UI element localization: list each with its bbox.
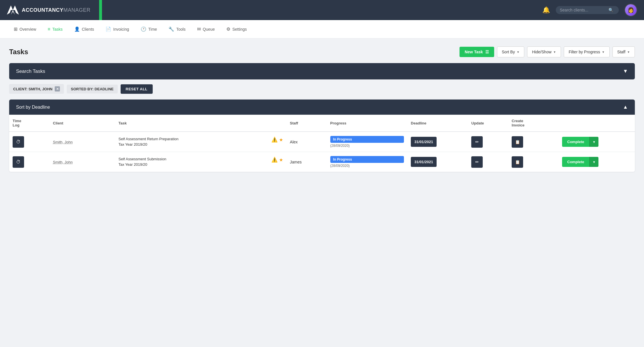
top-navigation: ACCOUNTANCY MANAGER 🔔 🔍 👩 [0, 0, 644, 20]
secondary-navigation: ⊞ Overview ≡ Tasks 👤 Clients 📄 Invoicing… [0, 20, 644, 38]
progress-date: (28/09/2020) [330, 164, 404, 168]
sidebar-item-clients[interactable]: 👤 Clients [70, 24, 99, 34]
complete-dropdown-arrow[interactable]: ▼ [589, 137, 598, 147]
complete-button-group: Complete ▼ [562, 157, 631, 167]
clock-icon: ⏱ [16, 139, 21, 145]
page-header: Tasks New Task ☰ Sort By ▼ Hide/Show ▼ F… [9, 46, 635, 57]
document-icon: 📋 [515, 160, 520, 164]
sidebar-item-tasks[interactable]: ≡ Tasks [43, 24, 67, 34]
complete-button[interactable]: Complete [562, 137, 589, 147]
alert-icon: ⚠️ [271, 157, 278, 163]
progress-badge: In Progress [330, 136, 404, 143]
th-client: Client [50, 115, 115, 132]
update-button[interactable]: ✏ [471, 136, 483, 148]
task-sub: Tax Year 2019/20 [119, 142, 267, 147]
tasks-icon: ≡ [48, 27, 50, 32]
sidebar-item-invoicing[interactable]: 📄 Invoicing [101, 24, 133, 34]
settings-icon: ⚙ [226, 26, 230, 32]
complete-arrow-icon: ▼ [592, 160, 596, 164]
tasks-table: TimeLog Client Task Staff Progress Deadl… [9, 115, 635, 172]
search-tasks-chevron-icon: ▼ [623, 68, 628, 74]
progress-date: (28/09/2020) [330, 144, 404, 148]
star-icon: ★ [279, 157, 283, 163]
sort-by-button[interactable]: Sort By ▼ [497, 46, 525, 57]
header-actions: New Task ☰ Sort By ▼ Hide/Show ▼ Filter … [460, 46, 635, 57]
logo-divider [99, 0, 102, 20]
logo-area: ACCOUNTANCY MANAGER [7, 5, 91, 15]
sidebar-item-tools[interactable]: 🔧 Tools [164, 24, 190, 34]
progress-badge: In Progress [330, 156, 404, 163]
new-task-button[interactable]: New Task ☰ [460, 47, 494, 57]
clock-icon: ⏱ [16, 159, 21, 165]
tools-icon: 🔧 [168, 26, 174, 32]
time-log-button[interactable]: ⏱ [13, 156, 24, 168]
complete-arrow-icon: ▼ [592, 140, 596, 144]
avatar[interactable]: 👩 [625, 4, 637, 16]
svg-marker-1 [11, 10, 15, 15]
client-name-link[interactable]: Smith, John [53, 140, 73, 144]
th-task: Task [115, 115, 286, 132]
staff-cell: Alex [286, 132, 327, 152]
task-name: Self Assessment Submission [119, 157, 267, 162]
table-row: ⏱ Smith, John Self Assessment Return Pre… [9, 132, 635, 152]
th-time-log: TimeLog [9, 115, 50, 132]
progress-cell: In Progress (28/09/2020) [330, 136, 404, 148]
client-name-link[interactable]: Smith, John [53, 160, 73, 164]
th-create-invoice: CreateInvoice [508, 115, 559, 132]
deadline-cell: 31/01/2021 [411, 137, 437, 147]
edit-icon: ✏ [475, 159, 479, 165]
staff-button[interactable]: Staff ▼ [612, 46, 635, 57]
th-action [559, 115, 635, 132]
edit-icon: ✏ [475, 139, 479, 145]
client-filter-label: CLIENT: SMITH, JOHN [13, 87, 52, 91]
hide-show-button[interactable]: Hide/Show ▼ [527, 46, 561, 57]
time-log-button[interactable]: ⏱ [13, 136, 24, 148]
create-invoice-button[interactable]: 📋 [512, 156, 523, 168]
client-filter-close-button[interactable]: ✕ [55, 86, 60, 91]
search-input[interactable] [560, 8, 608, 12]
complete-button[interactable]: Complete [562, 157, 589, 167]
th-update: Update [468, 115, 508, 132]
create-invoice-button[interactable]: 📋 [512, 136, 523, 148]
sort-by-arrow-icon: ▼ [517, 50, 519, 54]
sidebar-item-overview[interactable]: ⊞ Overview [9, 24, 41, 34]
main-content: Tasks New Task ☰ Sort By ▼ Hide/Show ▼ F… [0, 38, 644, 180]
complete-dropdown-arrow[interactable]: ▼ [589, 157, 598, 167]
new-task-icon: ☰ [485, 50, 489, 54]
reset-all-button[interactable]: RESET ALL [121, 84, 153, 94]
staff-cell: James [286, 152, 327, 172]
logo-text: ACCOUNTANCY MANAGER [22, 7, 91, 13]
sidebar-item-settings[interactable]: ⚙ Settings [222, 24, 252, 34]
filter-progress-button[interactable]: Filter by Progress ▼ [564, 46, 610, 57]
task-cell: Self Assessment Submission Tax Year 2019… [119, 157, 283, 167]
star-icon: ★ [279, 137, 283, 143]
invoicing-icon: 📄 [105, 26, 111, 32]
th-deadline: Deadline [407, 115, 468, 132]
page-title: Tasks [9, 48, 28, 56]
table-row: ⏱ Smith, John Self Assessment Submission… [9, 152, 635, 172]
svg-marker-2 [13, 5, 19, 15]
staff-arrow-icon: ▼ [627, 50, 630, 54]
deadline-cell: 31/01/2021 [411, 157, 437, 167]
update-button[interactable]: ✏ [471, 156, 483, 168]
overview-icon: ⊞ [14, 26, 17, 32]
sort-section: Sort by Deadline ▲ TimeLog Client Task S… [9, 100, 635, 172]
hide-show-arrow-icon: ▼ [553, 50, 556, 54]
svg-marker-0 [7, 5, 13, 15]
clients-icon: 👤 [74, 26, 80, 32]
client-filter-chip: CLIENT: SMITH, JOHN ✕ [9, 84, 64, 94]
alert-icon: ⚠️ [271, 137, 278, 143]
search-icon[interactable]: 🔍 [608, 8, 613, 12]
sidebar-item-queue[interactable]: ✉ Queue [193, 24, 219, 34]
bell-icon[interactable]: 🔔 [542, 6, 550, 14]
filters-row: CLIENT: SMITH, JOHN ✕ SORTED BY: DEADLIN… [9, 84, 635, 94]
progress-cell: In Progress (28/09/2020) [330, 156, 404, 168]
sort-header[interactable]: Sort by Deadline ▲ [9, 100, 635, 115]
logo-icon [7, 5, 19, 15]
th-progress: Progress [327, 115, 408, 132]
filter-progress-arrow-icon: ▼ [602, 50, 605, 54]
sidebar-item-time[interactable]: 🕐 Time [136, 24, 162, 34]
sort-header-chevron-icon: ▲ [623, 104, 628, 110]
search-tasks-box[interactable]: Search Tasks ▼ [9, 63, 635, 79]
task-name: Self Assessment Return Preparation [119, 137, 267, 142]
